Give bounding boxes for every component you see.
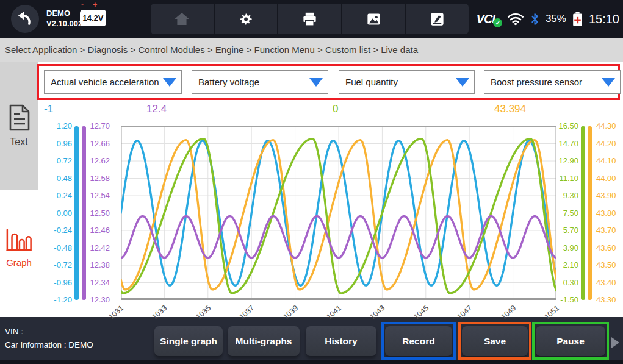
bottom-edge-strip (0, 360, 623, 364)
status-indicators: VCI✓ 35% 15:10 (477, 0, 621, 38)
current-value-1: -1 (44, 103, 53, 115)
y-axis-tick: 1.20 (41, 121, 72, 131)
gallery-button[interactable] (342, 4, 406, 34)
plot-area (121, 126, 556, 300)
record-button[interactable]: Record (385, 326, 452, 356)
y-axis-tick: 43.90 (596, 191, 623, 201)
save-button[interactable]: Save (462, 326, 528, 356)
current-value-2: 12.4 (146, 103, 167, 115)
back-button[interactable] (11, 5, 39, 33)
bluetooth-icon[interactable] (530, 13, 539, 26)
dropdown-selected-value: Boost pressure sensor (491, 77, 600, 87)
clock: 15:10 (589, 12, 619, 26)
print-button[interactable] (278, 4, 342, 34)
y-axis-tick: -0.72 (41, 260, 72, 270)
tab-text-label: Text (0, 137, 38, 148)
text-document-icon (7, 104, 31, 132)
battery-terminals-label: - + (81, 1, 101, 9)
dropdown-selected-value: Fuel quantity (345, 77, 455, 87)
y-axis-tick: 43.60 (596, 243, 623, 253)
chevron-down-icon (602, 78, 615, 87)
car-info-label: Car Information : DEMO (5, 338, 93, 352)
chevron-down-icon (309, 78, 323, 87)
screenshot-edit-icon (429, 11, 445, 27)
back-arrow-icon (16, 10, 34, 28)
multi-graphs-button[interactable]: Multi-graphs (228, 326, 300, 356)
y-axis-tick: 44.10 (596, 156, 623, 166)
diagnostic-app-screen: DEMO V2.10.002 - + 14.2V (0, 0, 623, 364)
y-axis-tick: 43.40 (596, 278, 623, 288)
parameter-dropdown-4[interactable]: Boost pressure sensor (484, 70, 621, 94)
current-value-4: 43.394 (494, 103, 526, 115)
y-axis-tick: -1.20 (41, 295, 72, 305)
y-axis-tick: 43.70 (596, 226, 623, 235)
device-title: DEMO V2.10.002 (46, 8, 82, 29)
tab-graph-label: Graph (0, 257, 38, 268)
y-axis-tick: -0.24 (41, 226, 72, 235)
y-axis-tick: -0.96 (41, 278, 72, 288)
parameter-dropdown-1[interactable]: Actual vehicle acceleration (44, 70, 182, 94)
printer-icon (301, 11, 318, 27)
breadcrumb: Select Application > Diagnosis > Control… (0, 38, 623, 62)
axis-color-bar-2 (82, 126, 86, 300)
y-axis-tick: 43.30 (596, 295, 623, 305)
vehicle-voltage-badge[interactable]: 14.2V (80, 10, 106, 26)
firmware-version: V2.10.002 (46, 18, 82, 29)
dropdown-selected-value: Actual vehicle acceleration (51, 77, 162, 87)
chevron-down-icon (163, 78, 176, 87)
dropdown-selected-value: Battery voltage (198, 77, 308, 87)
y-axis-tick: 43.80 (596, 209, 623, 218)
sidebar-divider (0, 190, 38, 190)
battery-percent: 35% (546, 13, 566, 25)
y-axis-tick: 43.50 (596, 260, 623, 270)
y-axis-tick: 0.72 (41, 156, 72, 166)
y-axis-tick: -0.48 (41, 243, 72, 253)
vci-connected-check-icon: ✓ (493, 18, 502, 27)
gear-icon (237, 11, 254, 27)
y-axis-tick: 0.00 (41, 209, 72, 218)
toolbar (151, 4, 469, 34)
device-name: DEMO (46, 8, 82, 18)
y-axis-tick: 0.48 (41, 174, 72, 184)
vci-status-icon[interactable]: VCI✓ (477, 12, 501, 26)
vin-label: VIN : (5, 325, 93, 338)
y-axis-tick: 44.30 (596, 121, 623, 131)
parameter-dropdown-2[interactable]: Battery voltage (192, 70, 328, 94)
chevron-down-icon (456, 78, 469, 87)
battery-icon (572, 12, 583, 26)
y-axis-tick: 0.24 (41, 191, 72, 201)
tab-text-view[interactable]: Text (0, 104, 38, 148)
axis-color-bar-4 (588, 126, 592, 300)
screenshot-annotate-button[interactable] (406, 4, 469, 34)
current-value-3: 0 (333, 103, 338, 115)
image-icon (366, 11, 382, 27)
y-axis-tick: 0.96 (41, 139, 72, 149)
top-status-bar: DEMO V2.10.002 - + 14.2V (0, 0, 623, 38)
more-actions-arrow-icon[interactable] (611, 337, 619, 348)
home-button[interactable] (151, 4, 215, 34)
axis-color-bar-3 (581, 126, 585, 300)
pause-button[interactable]: Pause (536, 326, 605, 356)
history-button[interactable]: History (306, 326, 376, 356)
home-icon (173, 10, 190, 27)
single-graph-button[interactable]: Single graph (154, 326, 223, 356)
parameter-dropdown-3[interactable]: Fuel quantity (339, 70, 475, 94)
axis-color-bar-1 (74, 126, 79, 300)
wifi-icon[interactable] (507, 12, 524, 26)
vehicle-info: VIN : Car Information : DEMO (5, 325, 93, 352)
y-axis-tick: 44.00 (596, 174, 623, 184)
settings-button[interactable] (215, 4, 279, 34)
tab-graph-view[interactable]: Graph (0, 227, 38, 268)
graph-bars-icon (5, 227, 32, 253)
y-axis-tick: 44.20 (596, 139, 623, 149)
